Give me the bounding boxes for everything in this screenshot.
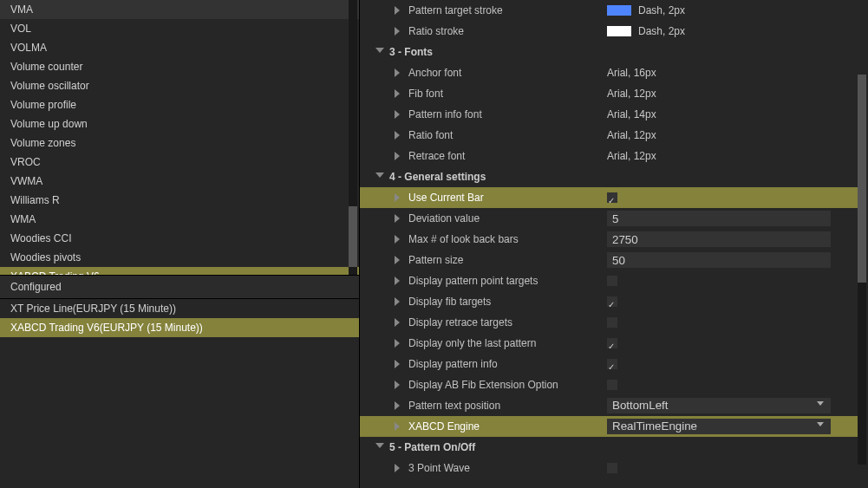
text-input[interactable] <box>607 211 831 226</box>
chevron-right-icon[interactable] <box>395 6 403 15</box>
list-item[interactable]: Woodies CCI <box>0 229 359 248</box>
checkbox[interactable] <box>607 338 617 348</box>
list-item[interactable]: XABCD Trading V6 <box>0 267 359 276</box>
chevron-right-icon[interactable] <box>395 401 403 410</box>
configured-list: XT Price Line(EURJPY (15 Minute))XABCD T… <box>0 299 359 488</box>
checkbox[interactable] <box>607 380 617 390</box>
indicator-list: VMAVOLVOLMAVolume counterVolume oscillat… <box>0 0 359 276</box>
chevron-right-icon[interactable] <box>395 360 403 368</box>
settings-label: 5 - Pattern On/Off <box>389 437 475 458</box>
chevron-down-icon[interactable] <box>375 172 384 181</box>
value-text[interactable]: Arial, 12px <box>607 83 656 104</box>
chevron-right-icon[interactable] <box>395 381 403 389</box>
settings-value <box>607 231 859 247</box>
settings-label: 3 Point Wave <box>408 458 470 478</box>
settings-label: Display AB Fib Extension Option <box>408 374 558 395</box>
value-text[interactable]: Arial, 16px <box>607 62 656 83</box>
chevron-right-icon[interactable] <box>395 464 403 472</box>
settings-value <box>607 211 859 226</box>
select-input[interactable]: RealTimeEngine <box>607 419 831 434</box>
settings-label: Ratio stroke <box>408 21 464 42</box>
chevron-right-icon[interactable] <box>395 235 403 244</box>
checkbox[interactable] <box>607 276 617 286</box>
settings-row: Ratio strokeDash, 2px <box>360 21 859 42</box>
chevron-down-icon[interactable] <box>375 48 384 56</box>
list-item[interactable]: VWMA <box>0 172 359 191</box>
value-text[interactable]: Arial, 12px <box>607 125 656 146</box>
chevron-down-icon[interactable] <box>375 443 384 452</box>
color-swatch[interactable] <box>607 5 631 16</box>
chevron-right-icon[interactable] <box>395 297 403 306</box>
settings-row: Pattern info fontArial, 14px <box>360 104 859 125</box>
value-text[interactable]: Arial, 12px <box>607 146 656 166</box>
settings-label: Pattern text position <box>408 395 500 416</box>
checkbox[interactable] <box>607 296 617 307</box>
chevron-right-icon[interactable] <box>395 214 403 223</box>
list-item[interactable]: VROC <box>0 153 359 172</box>
list-item[interactable]: Volume zones <box>0 133 359 153</box>
text-input[interactable] <box>607 252 831 268</box>
settings-label: 4 - General settings <box>389 166 486 187</box>
color-swatch[interactable] <box>607 26 631 36</box>
settings-row: Pattern size <box>360 250 859 270</box>
settings-value <box>607 338 859 348</box>
settings-row: Pattern target strokeDash, 2px <box>360 0 859 21</box>
chevron-right-icon[interactable] <box>395 27 403 36</box>
settings-label: Display pattern point targets <box>408 270 538 291</box>
settings-group-header: 5 - Pattern On/Off <box>360 437 859 458</box>
scroll-thumb[interactable] <box>858 75 866 283</box>
checkbox[interactable] <box>607 463 617 473</box>
settings-row: Display pattern point targets <box>360 270 859 291</box>
chevron-right-icon[interactable] <box>395 277 403 285</box>
chevron-right-icon[interactable] <box>395 152 403 160</box>
settings-group-header: 4 - General settings <box>360 166 859 187</box>
list-item[interactable]: VOLMA <box>0 38 359 57</box>
chevron-right-icon[interactable] <box>395 193 403 202</box>
list-item[interactable]: XT Price Line(EURJPY (15 Minute)) <box>0 299 359 318</box>
value-text[interactable]: Arial, 14px <box>607 104 656 125</box>
chevron-right-icon[interactable] <box>395 68 403 77</box>
chevron-right-icon[interactable] <box>395 110 403 119</box>
settings-value <box>607 192 859 203</box>
checkbox[interactable] <box>607 192 617 203</box>
list-item[interactable]: VOL <box>0 19 359 38</box>
select-input[interactable]: BottomLeft <box>607 398 831 413</box>
settings-value <box>607 296 859 307</box>
settings-row: Fib fontArial, 12px <box>360 83 859 104</box>
list-item[interactable]: Volume oscillator <box>0 76 359 95</box>
text-input[interactable] <box>607 231 831 247</box>
settings-label: Pattern size <box>408 250 463 270</box>
list-item[interactable]: Williams R <box>0 191 359 210</box>
settings-value: Arial, 14px <box>607 104 859 125</box>
settings-label: Retrace font <box>408 146 465 166</box>
chevron-right-icon[interactable] <box>395 131 403 140</box>
settings-value <box>607 317 859 328</box>
chevron-right-icon[interactable] <box>395 422 403 431</box>
settings-label: Pattern info font <box>408 104 482 125</box>
list-item[interactable]: VMA <box>0 0 359 19</box>
settings-panel: Pattern target strokeDash, 2pxRatio stro… <box>360 0 868 488</box>
checkbox[interactable] <box>607 359 617 369</box>
settings-label: 3 - Fonts <box>389 42 433 62</box>
scrollbar[interactable] <box>349 0 357 275</box>
settings-row: 3 Point Wave <box>360 458 859 478</box>
chevron-right-icon[interactable] <box>395 318 403 327</box>
list-item[interactable]: Volume counter <box>0 57 359 76</box>
scroll-thumb[interactable] <box>349 206 357 267</box>
settings-label: Use Current Bar <box>408 187 484 208</box>
settings-value <box>607 359 859 369</box>
scrollbar[interactable] <box>858 75 866 465</box>
checkbox[interactable] <box>607 317 617 328</box>
settings-row: XABCD EngineRealTimeEngine <box>360 416 859 437</box>
list-item[interactable]: Volume up down <box>0 114 359 133</box>
settings-value: Arial, 12px <box>607 125 859 146</box>
chevron-right-icon[interactable] <box>395 256 403 264</box>
list-item[interactable]: WMA <box>0 210 359 229</box>
chevron-right-icon[interactable] <box>395 339 403 348</box>
list-item[interactable]: Volume profile <box>0 95 359 114</box>
list-item[interactable]: Woodies pivots <box>0 248 359 267</box>
left-panel: VMAVOLVOLMAVolume counterVolume oscillat… <box>0 0 360 488</box>
list-item[interactable]: XABCD Trading V6(EURJPY (15 Minute)) <box>0 318 359 337</box>
chevron-right-icon[interactable] <box>395 89 403 98</box>
settings-row: Display pattern info <box>360 354 859 374</box>
